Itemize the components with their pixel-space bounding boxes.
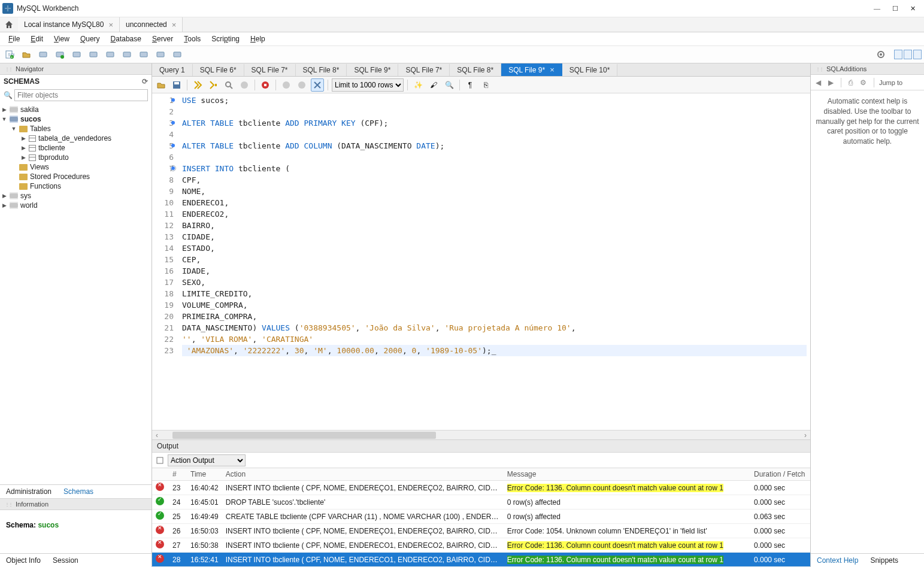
gear-icon[interactable] [874, 47, 888, 62]
col-action[interactable]: Action [222, 468, 504, 481]
toolbar-button-3[interactable] [69, 47, 84, 62]
schema-tree[interactable]: ▶sakila ▼sucos ▼Tables ▶tabela_de_vended… [0, 104, 152, 484]
menu-database[interactable]: Database [106, 34, 146, 44]
open-file-icon[interactable] [154, 78, 168, 92]
editor-tab[interactable]: SQL File 7* [398, 64, 450, 76]
conn-tab-label: Local instance MySQL80 [24, 20, 104, 29]
execute-icon[interactable] [191, 78, 204, 92]
menu-edit[interactable]: Edit [26, 34, 48, 44]
close-icon[interactable]: × [108, 20, 113, 29]
editor-tab[interactable]: SQL File 8* [450, 64, 501, 76]
toolbar-button-7[interactable] [137, 47, 151, 62]
ctx-auto-icon[interactable]: ⚙ [858, 78, 869, 87]
ctx-back-icon[interactable]: ◀ [813, 78, 823, 87]
col-message[interactable]: Message [504, 468, 750, 481]
close-button[interactable]: ✕ [910, 5, 916, 13]
invisible-icon[interactable]: ⎘ [479, 78, 492, 92]
editor-tab[interactable]: SQL File 9*× [501, 63, 562, 76]
menu-tools[interactable]: Tools [179, 34, 205, 44]
sql-editor[interactable]: 1234567891011121314151617181920212223 US… [152, 93, 810, 430]
output-row[interactable]: 2716:50:38INSERT INTO tbcliente ( CPF, N… [152, 538, 810, 553]
home-button[interactable] [0, 20, 18, 29]
horizontal-scrollbar[interactable]: ‹› [152, 430, 810, 439]
ctx-pin-icon[interactable]: ⎙ [846, 78, 855, 87]
editor-tab[interactable]: SQL File 10* [562, 64, 618, 76]
menu-query[interactable]: Query [75, 34, 105, 44]
editor-tab[interactable]: SQL File 7* [244, 64, 296, 76]
conn-tab-unconnected[interactable]: unconnected × [120, 17, 183, 32]
col-duration[interactable]: Duration / Fetch [750, 468, 810, 481]
close-icon[interactable]: × [172, 20, 177, 29]
tree-views[interactable]: Views [30, 163, 49, 171]
output-type-select[interactable]: Action Output [168, 454, 246, 466]
close-icon[interactable]: × [550, 65, 555, 74]
tree-db-sys[interactable]: sys [20, 192, 31, 200]
conn-tab-local[interactable]: Local instance MySQL80 × [18, 17, 120, 32]
output-row[interactable]: 2516:49:49CREATE TABLE tbcliente (CPF VA… [152, 510, 810, 524]
toggle-left-panel[interactable] [894, 50, 902, 59]
execute-current-icon[interactable] [207, 78, 220, 92]
toolbar-button-4[interactable] [86, 47, 101, 62]
col-time[interactable]: Time [187, 468, 222, 481]
rollback-icon[interactable] [295, 78, 308, 92]
tab-object-info[interactable]: Object Info [0, 554, 47, 567]
output-clear-icon[interactable] [156, 456, 164, 465]
autocommit-toggle[interactable] [311, 78, 324, 92]
ctx-fwd-icon[interactable]: ▶ [826, 78, 836, 87]
toolbar-button-8[interactable] [153, 47, 168, 62]
output-row[interactable]: 2316:40:42INSERT INTO tbcliente ( CPF, N… [152, 481, 810, 495]
output-row[interactable]: 2816:52:41INSERT INTO tbcliente ( CPF, N… [152, 553, 810, 567]
tab-session[interactable]: Session [47, 554, 84, 567]
menu-server[interactable]: Server [147, 34, 178, 44]
commit-icon[interactable] [280, 78, 293, 92]
toggle-right-panel[interactable] [913, 50, 922, 59]
menu-help[interactable]: Help [246, 34, 270, 44]
beautify-icon[interactable]: ✨ [411, 78, 425, 92]
save-icon[interactable] [170, 78, 183, 92]
find-icon[interactable]: 🔍 [443, 78, 456, 92]
tab-administration[interactable]: Administration [0, 485, 57, 498]
tree-fn[interactable]: Functions [30, 182, 61, 190]
stop-icon[interactable] [238, 78, 251, 92]
refresh-icon[interactable]: ⟳ [142, 77, 148, 86]
toolbar-button-5[interactable] [103, 47, 117, 62]
new-sql-tab-button[interactable]: SQL+ [2, 47, 17, 62]
schemas-header: SCHEMAS [4, 77, 40, 86]
tree-tables[interactable]: Tables [30, 125, 51, 133]
brush-icon[interactable]: 🖌 [427, 78, 440, 92]
editor-tab[interactable]: Query 1 [152, 64, 193, 76]
explain-icon[interactable] [222, 78, 235, 92]
tree-table-1[interactable]: tabela_de_vendedores [38, 134, 111, 142]
maximize-button[interactable]: ☐ [892, 5, 898, 13]
output-row[interactable]: 2416:45:01DROP TABLE 'sucos'.'tbcliente'… [152, 495, 810, 510]
minimize-button[interactable]: — [874, 5, 880, 13]
tree-db-sakila[interactable]: sakila [20, 105, 39, 114]
col-num[interactable]: # [169, 468, 187, 481]
menu-file[interactable]: File [4, 34, 25, 44]
tree-db-sucos[interactable]: sucos [20, 115, 41, 123]
toggle-bottom-panel[interactable] [904, 50, 912, 59]
editor-tab[interactable]: SQL File 9* [347, 64, 398, 76]
wrap-icon[interactable]: ¶ [463, 78, 477, 92]
limit-rows-select[interactable]: Limit to 1000 rows [332, 78, 404, 92]
open-sql-button[interactable] [19, 47, 34, 62]
output-row[interactable]: 2616:50:03INSERT INTO tbcliente ( CPF, N… [152, 524, 810, 538]
toolbar-button-1[interactable] [36, 47, 50, 62]
tab-context-help[interactable]: Context Help [811, 554, 864, 567]
filter-objects-input[interactable] [14, 89, 148, 101]
menu-scripting[interactable]: Scripting [207, 34, 244, 44]
tree-db-world[interactable]: world [20, 201, 38, 210]
tree-sp[interactable]: Stored Procedures [30, 172, 90, 181]
stop-on-error-icon[interactable] [259, 78, 272, 92]
tree-table-2[interactable]: tbcliente [38, 144, 65, 152]
toolbar-button-6[interactable] [120, 47, 134, 62]
tab-schemas[interactable]: Schemas [57, 485, 99, 498]
svg-point-19 [226, 82, 231, 87]
toolbar-button-9[interactable] [170, 47, 184, 62]
tab-snippets[interactable]: Snippets [864, 554, 904, 567]
menu-view[interactable]: View [49, 34, 74, 44]
editor-tab[interactable]: SQL File 8* [296, 64, 347, 76]
editor-tab[interactable]: SQL File 6* [193, 64, 244, 76]
tree-table-3[interactable]: tbproduto [38, 153, 69, 162]
toolbar-button-2[interactable] [53, 47, 67, 62]
